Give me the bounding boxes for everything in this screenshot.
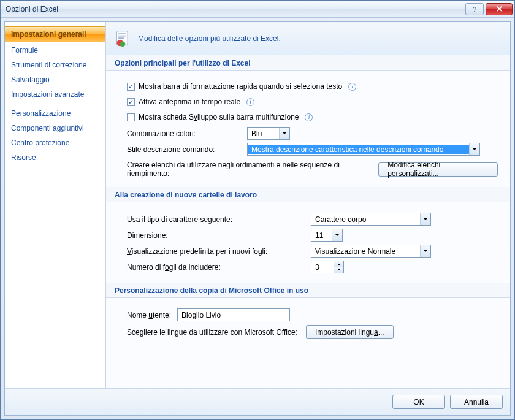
sidebar-item-resources[interactable]: Risorse bbox=[5, 150, 105, 165]
client-area: Impostazioni generali Formule Strumenti … bbox=[4, 21, 511, 416]
section-body-new-workbooks: Usa il tipo di carattere seguente: Carat… bbox=[106, 207, 510, 283]
input-value: Bioglio Livio bbox=[181, 311, 221, 319]
screentip-dropdown[interactable]: Mostra descrizione caratteristica nelle … bbox=[247, 143, 480, 156]
info-icon[interactable]: i bbox=[246, 98, 254, 106]
checkbox-mini-toolbar[interactable]: Mostra barra di formattazione rapida qua… bbox=[127, 80, 498, 93]
info-icon[interactable]: i bbox=[348, 83, 356, 91]
settings-icon bbox=[115, 30, 132, 47]
screentip-row: Stile descrizione comando: Mostra descri… bbox=[127, 143, 498, 156]
checkbox-label: Attiva anteprima in tempo reale bbox=[139, 97, 240, 106]
section-title-personalize: Personalizzazione della copia di Microso… bbox=[106, 283, 510, 298]
banner: Modifica delle opzioni più utilizzate di… bbox=[106, 22, 510, 55]
sheet-count-row: Numero di fogli da includere: 3 bbox=[127, 261, 498, 273]
checkbox-live-preview[interactable]: Attiva anteprima in tempo reale i bbox=[127, 95, 498, 109]
screentip-label: Stile descrizione comando: bbox=[127, 145, 247, 154]
svg-point-5 bbox=[120, 41, 126, 47]
color-scheme-row: Combinazione colori: Blu bbox=[127, 127, 498, 140]
sidebar-item-trustcenter[interactable]: Centro protezione bbox=[5, 136, 105, 150]
section-body-general: Mostra barra di formattazione rapida qua… bbox=[106, 75, 510, 187]
cancel-button[interactable]: Annulla bbox=[450, 395, 503, 409]
banner-text: Modifica delle opzioni più utilizzate di… bbox=[138, 34, 281, 43]
ok-button[interactable]: OK bbox=[392, 395, 445, 409]
dropdown-value: Mostra descrizione caratteristica nelle … bbox=[248, 145, 469, 154]
sidebar-item-advanced[interactable]: Impostazioni avanzate bbox=[5, 87, 105, 102]
checkbox-label: Mostra scheda Sviluppo sulla barra multi… bbox=[139, 113, 299, 121]
checkbox-label: Mostra barra di formattazione rapida qua… bbox=[139, 82, 342, 91]
help-button[interactable]: ? bbox=[465, 3, 484, 15]
language-settings-button[interactable]: Impostazioni lingua... bbox=[306, 325, 394, 339]
font-row: Usa il tipo di carattere seguente: Carat… bbox=[127, 213, 498, 226]
info-icon[interactable]: i bbox=[305, 113, 313, 121]
color-scheme-label: Combinazione colori: bbox=[127, 129, 247, 138]
sidebar-item-formulas[interactable]: Formule bbox=[5, 43, 105, 58]
sidebar-item-general[interactable]: Impostazioni generali bbox=[5, 26, 105, 42]
sidebar-item-save[interactable]: Salvataggio bbox=[5, 72, 105, 87]
font-size-dropdown[interactable]: 11 bbox=[311, 229, 343, 242]
window-title: Opzioni di Excel bbox=[6, 5, 465, 13]
spinner-up-icon[interactable] bbox=[334, 261, 343, 267]
custom-lists-label: Creare elenchi da utilizzare negli ordin… bbox=[127, 161, 372, 178]
default-view-row: Visualizzazione predefinita per i nuovi … bbox=[127, 245, 498, 258]
section-title-new-workbooks: Alla creazione di nuove cartelle di lavo… bbox=[106, 187, 510, 202]
sheet-count-label: Numero di fogli da includere: bbox=[127, 263, 311, 272]
sidebar-item-proofing[interactable]: Strumenti di correzione bbox=[5, 58, 105, 72]
section-body-personalize: Nome utente: Bioglio Livio Scegliere le … bbox=[106, 303, 510, 348]
default-view-dropdown[interactable]: Visualizzazione Normale bbox=[311, 245, 431, 258]
font-size-row: Dimensione: 11 bbox=[127, 229, 498, 242]
spinner-buttons bbox=[334, 261, 343, 273]
titlebar-buttons: ? ✕ bbox=[465, 3, 514, 15]
section-title-general: Opzioni principali per l'utilizzo di Exc… bbox=[106, 55, 510, 71]
chevron-down-icon bbox=[420, 245, 430, 257]
username-row: Nome utente: Bioglio Livio bbox=[127, 308, 498, 321]
font-size-label: Dimensione: bbox=[127, 231, 311, 240]
dropdown-value: Blu bbox=[248, 129, 279, 138]
custom-lists-row: Creare elenchi da utilizzare negli ordin… bbox=[127, 161, 498, 178]
sidebar-item-addins[interactable]: Componenti aggiuntivi bbox=[5, 121, 105, 136]
language-row: Scegliere le lingue da utilizzare con Mi… bbox=[127, 325, 498, 339]
checkbox-icon bbox=[127, 113, 135, 121]
dialog-body: Impostazioni generali Formule Strumenti … bbox=[5, 22, 510, 388]
username-label: Nome utente: bbox=[127, 311, 171, 319]
checkbox-developer-tab[interactable]: Mostra scheda Sviluppo sulla barra multi… bbox=[127, 110, 498, 124]
window: Opzioni di Excel ? ✕ Impostazioni genera… bbox=[0, 0, 515, 420]
chevron-down-icon bbox=[469, 143, 479, 155]
spinner-down-icon[interactable] bbox=[334, 267, 343, 273]
font-label: Usa il tipo di carattere seguente: bbox=[127, 215, 311, 224]
chevron-down-icon bbox=[279, 128, 289, 139]
svg-rect-3 bbox=[118, 37, 124, 39]
color-scheme-dropdown[interactable]: Blu bbox=[247, 127, 290, 140]
dialog-footer: OK Annulla bbox=[5, 388, 510, 415]
language-label: Scegliere le lingue da utilizzare con Mi… bbox=[127, 328, 297, 337]
checkbox-icon bbox=[127, 83, 135, 91]
checkbox-icon bbox=[127, 98, 135, 106]
sheet-count-spinner[interactable]: 3 bbox=[311, 261, 344, 273]
spinner-value: 3 bbox=[311, 261, 334, 273]
svg-rect-2 bbox=[118, 35, 126, 36]
default-view-label: Visualizzazione predefinita per i nuovi … bbox=[127, 247, 311, 256]
font-dropdown[interactable]: Carattere corpo bbox=[311, 213, 431, 226]
sidebar-separator bbox=[11, 104, 99, 104]
chevron-down-icon bbox=[332, 229, 342, 241]
main-panel: Modifica delle opzioni più utilizzate di… bbox=[106, 22, 510, 388]
dropdown-value: Carattere corpo bbox=[311, 215, 420, 224]
close-button[interactable]: ✕ bbox=[486, 3, 513, 15]
dropdown-value: 11 bbox=[311, 231, 332, 240]
username-input[interactable]: Bioglio Livio bbox=[177, 308, 290, 321]
chevron-down-icon bbox=[420, 213, 430, 225]
titlebar: Opzioni di Excel ? ✕ bbox=[1, 1, 514, 18]
sidebar-item-customize[interactable]: Personalizzazione bbox=[5, 106, 105, 121]
svg-rect-1 bbox=[118, 33, 126, 34]
dropdown-value: Visualizzazione Normale bbox=[311, 247, 420, 256]
edit-custom-lists-button[interactable]: Modifica elenchi personalizzati... bbox=[378, 162, 498, 177]
sidebar: Impostazioni generali Formule Strumenti … bbox=[5, 22, 106, 388]
